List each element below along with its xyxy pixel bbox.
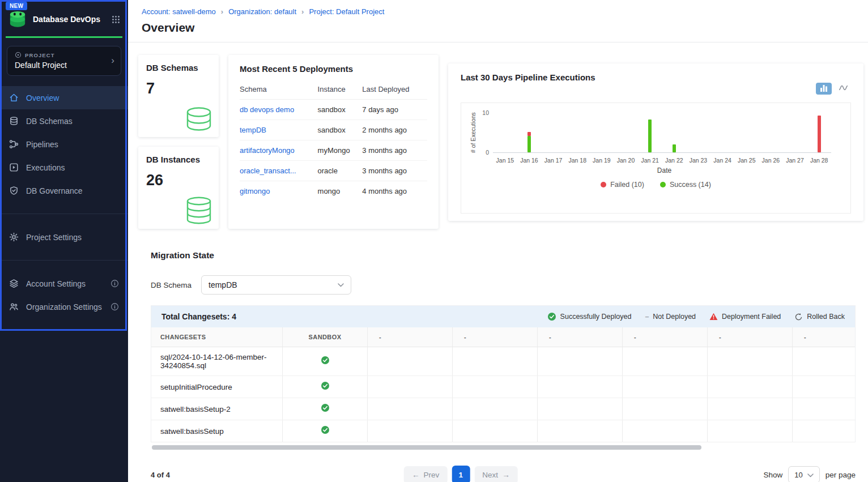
sidebar-item-label: DB Governance xyxy=(26,186,83,195)
db-instances-icon xyxy=(182,196,215,227)
rollback-status-icon xyxy=(794,313,803,321)
changesets-column-header: - xyxy=(623,327,708,347)
sidebar-item-label: Pipelines xyxy=(26,140,58,149)
sidebar-item-overview[interactable]: Overview xyxy=(0,86,128,109)
db-schema-select[interactable]: tempDB xyxy=(201,275,351,295)
changeset-row[interactable]: setupInitialProcedure xyxy=(151,376,855,398)
changesets-column-header: CHANGESETS xyxy=(151,327,283,347)
page-size-value: 10 xyxy=(794,471,802,479)
breadcrumb-link[interactable]: Project: Default Project xyxy=(309,7,384,16)
changeset-empty-cell xyxy=(453,376,538,398)
changesets-body: sql/2024-10-14-12-06-member-34240854.sql… xyxy=(151,347,855,442)
sidebar-item-executions[interactable]: Executions xyxy=(0,156,128,179)
sidebar-item-label: Project Settings xyxy=(26,233,82,242)
changeset-empty-cell xyxy=(708,420,793,442)
x-tick-label: Jan 17 xyxy=(541,157,565,164)
changesets-table: Total Changesets: 4 Successfully Deploye… xyxy=(151,305,856,442)
sidebar-item-organization-settings[interactable]: Organization Settings xyxy=(0,295,128,318)
changeset-row[interactable]: sql/2024-10-14-12-06-member-34240854.sql xyxy=(151,347,855,376)
app-logo-icon xyxy=(8,10,27,28)
sidebar-item-label: Organization Settings xyxy=(26,302,102,312)
breadcrumb-link[interactable]: Account: satwell-demo xyxy=(142,7,216,16)
deployment-schema-link[interactable]: tempDB xyxy=(240,126,266,134)
db-schema-value: tempDB xyxy=(209,280,237,289)
x-tick-label: Jan 25 xyxy=(734,157,759,164)
chart-legend-item[interactable]: Failed (10) xyxy=(601,181,644,189)
changeset-empty-cell xyxy=(538,420,623,442)
changeset-empty-cell xyxy=(793,420,855,442)
x-tick-label: Jan 19 xyxy=(590,157,614,164)
changesets-topbar: Total Changesets: 4 Successfully Deploye… xyxy=(151,306,855,327)
chart-bar-success[interactable] xyxy=(527,136,531,152)
changeset-empty-cell xyxy=(708,347,793,376)
sidebar-item-project-settings[interactable]: Project Settings xyxy=(0,225,128,249)
deployment-schema-link[interactable]: artifactoryMongo xyxy=(240,146,295,155)
arrow-left-icon: ← xyxy=(412,471,420,479)
info-icon[interactable] xyxy=(110,279,119,288)
changeset-status-cell xyxy=(283,347,368,376)
changesets-column-header: - xyxy=(708,327,793,347)
changeset-empty-cell xyxy=(623,347,708,376)
changeset-empty-cell xyxy=(623,376,708,398)
chevron-down-icon xyxy=(338,283,344,287)
changeset-empty-cell xyxy=(538,376,623,398)
apps-grid-icon[interactable] xyxy=(112,15,120,24)
info-icon[interactable] xyxy=(110,302,119,311)
db-schemas-icon xyxy=(9,116,19,126)
changeset-row[interactable]: satwell:basisSetup-2 xyxy=(151,398,855,420)
chart-legend-item[interactable]: Success (14) xyxy=(660,181,711,189)
prev-page-button[interactable]: ←Prev xyxy=(404,466,447,482)
changeset-empty-cell xyxy=(453,398,538,420)
next-page-button[interactable]: Next→ xyxy=(474,466,517,482)
changesets-column-header: SANDBOX xyxy=(283,327,368,347)
changeset-empty-cell xyxy=(793,376,855,398)
page-size-select[interactable]: 10 xyxy=(788,466,819,482)
chart-bar-failed[interactable] xyxy=(818,116,821,152)
deployment-schema-link[interactable]: db devops demo xyxy=(240,105,294,114)
breadcrumb-link[interactable]: Organization: default xyxy=(228,7,296,16)
sidebar-item-pipelines[interactable]: Pipelines xyxy=(0,133,128,156)
x-tick-label: Jan 24 xyxy=(710,157,735,164)
sidebar-item-db-governance[interactable]: DB Governance xyxy=(0,179,128,202)
sidebar-item-label: Overview xyxy=(26,93,59,103)
stat-title: DB Schemas xyxy=(146,63,211,72)
deployment-schema-link[interactable]: oracle_transact... xyxy=(240,167,296,175)
chart-title: Last 30 Days Pipeline Executions xyxy=(461,72,595,82)
changeset-empty-cell xyxy=(708,376,793,398)
sidebar-nav-secondary: Project Settings xyxy=(0,225,128,249)
deployments-column-header: Schema xyxy=(240,82,318,100)
changeset-name: setupInitialProcedure xyxy=(151,376,283,398)
sidebar-item-label: Executions xyxy=(26,163,65,172)
changeset-empty-cell xyxy=(793,347,855,376)
breadcrumb: Account: satwell-demo›Organization: defa… xyxy=(142,7,854,16)
chart-bar-success[interactable] xyxy=(648,120,652,152)
status-legend-item: –Not Deployed xyxy=(645,312,696,321)
executions-icon xyxy=(9,163,19,172)
failed-status-icon xyxy=(709,313,718,321)
migration-section: Migration State DB Schema tempDB Total C… xyxy=(151,250,856,482)
page-header: Account: satwell-demo›Organization: defa… xyxy=(128,0,868,42)
chart-bar-success[interactable] xyxy=(673,144,676,152)
sidebar-item-label: DB Schemas xyxy=(26,117,73,126)
project-selector[interactable]: PROJECT Default Project › xyxy=(7,46,121,76)
sidebar-nav-tertiary: Account SettingsOrganization Settings xyxy=(0,272,128,318)
sidebar-item-db-schemas[interactable]: DB Schemas xyxy=(0,109,128,133)
pagination-bar: 4 of 4 ←Prev 1 Next→ Show 10 per page xyxy=(151,464,856,482)
y-axis-ticks: 100 xyxy=(478,112,493,153)
horizontal-scrollbar[interactable] xyxy=(151,445,856,450)
chart-bar-failed[interactable] xyxy=(527,132,531,136)
success-status-icon xyxy=(321,381,330,393)
changeset-empty-cell xyxy=(453,420,538,442)
scrollbar-thumb[interactable] xyxy=(152,445,701,450)
breadcrumb-separator-icon: › xyxy=(301,7,304,16)
stat-value: 7 xyxy=(146,80,211,97)
line-chart-toggle[interactable] xyxy=(835,83,851,95)
current-page-button[interactable]: 1 xyxy=(452,466,470,482)
deployment-schema-link[interactable]: gitmongo xyxy=(240,187,270,195)
changeset-row[interactable]: satwell:basisSetup xyxy=(151,420,855,442)
success-status-icon xyxy=(321,425,330,437)
db-schemas-card: DB Schemas 7 xyxy=(138,55,219,137)
bar-chart-toggle[interactable] xyxy=(816,83,832,95)
sidebar-item-account-settings[interactable]: Account Settings xyxy=(0,272,128,295)
deployments-body: db devops demosandbox7 days agotempDBsan… xyxy=(240,100,427,202)
